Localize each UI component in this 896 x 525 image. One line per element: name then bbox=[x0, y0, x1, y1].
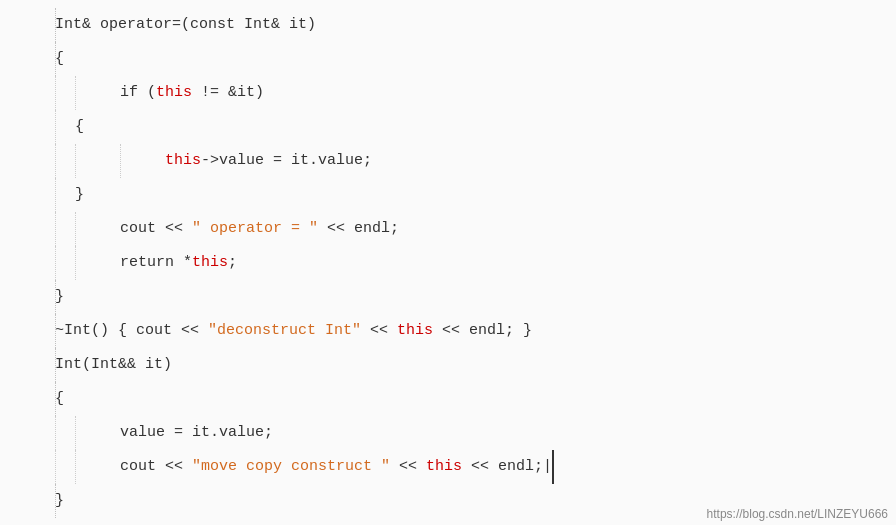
token-default: ->value = it.value; bbox=[201, 144, 372, 178]
guide-line bbox=[75, 76, 76, 110]
token-cursor: | bbox=[543, 450, 554, 484]
guide-line bbox=[75, 212, 76, 246]
code-block: Int& operator=(const Int& it){if (this !… bbox=[0, 0, 896, 525]
token-this: this bbox=[156, 76, 192, 110]
guide-line bbox=[55, 212, 56, 246]
token-default: << endl; bbox=[318, 212, 399, 246]
token-this: this bbox=[192, 246, 228, 280]
token-default: << bbox=[390, 450, 426, 484]
code-line: cout << "move copy construct " << this <… bbox=[0, 450, 896, 484]
guide-line bbox=[75, 450, 76, 484]
guide-line bbox=[55, 178, 56, 212]
guide-line bbox=[75, 246, 76, 280]
code-line: ~Int() { cout << "deconstruct Int" << th… bbox=[0, 314, 896, 348]
token-default: ; bbox=[228, 246, 237, 280]
code-container: Int& operator=(const Int& it){if (this !… bbox=[0, 0, 896, 525]
token-default: } bbox=[75, 178, 84, 212]
token-default: cout << bbox=[120, 450, 192, 484]
guide-line bbox=[55, 76, 56, 110]
code-line: if (this != &it) bbox=[0, 76, 896, 110]
code-line: cout << " operator = " << endl; bbox=[0, 212, 896, 246]
code-line: { bbox=[0, 110, 896, 144]
token-string: "move copy construct " bbox=[192, 450, 390, 484]
token-default: { bbox=[75, 110, 84, 144]
code-line: } bbox=[0, 178, 896, 212]
watermark: https://blog.csdn.net/LINZEYU666 bbox=[707, 507, 888, 521]
guide-line bbox=[75, 416, 76, 450]
token-string: " operator = " bbox=[192, 212, 318, 246]
token-default: { bbox=[55, 382, 64, 416]
guide-line bbox=[55, 144, 56, 178]
token-default: value = it.value; bbox=[120, 416, 273, 450]
code-line: { bbox=[0, 382, 896, 416]
code-line: value = it.value; bbox=[0, 416, 896, 450]
token-default: << bbox=[361, 314, 397, 348]
token-this: this bbox=[397, 314, 433, 348]
token-default: cout << bbox=[120, 212, 192, 246]
token-default: return * bbox=[120, 246, 192, 280]
token-default: != &it) bbox=[192, 76, 264, 110]
code-line: return *this; bbox=[0, 246, 896, 280]
code-line: { bbox=[0, 42, 896, 76]
code-line: Int& operator=(const Int& it) bbox=[0, 8, 896, 42]
code-line: } bbox=[0, 280, 896, 314]
token-default: << endl; } bbox=[433, 314, 532, 348]
guide-line bbox=[55, 450, 56, 484]
guide-line bbox=[55, 416, 56, 450]
token-default: { bbox=[55, 42, 64, 76]
token-default: } bbox=[55, 280, 64, 314]
guide-line bbox=[120, 144, 121, 178]
token-this: this bbox=[426, 450, 462, 484]
token-default: Int(Int&& it) bbox=[55, 348, 172, 382]
token-default: << endl; bbox=[462, 450, 543, 484]
guide-line bbox=[55, 110, 56, 144]
guide-line bbox=[55, 246, 56, 280]
token-this: this bbox=[165, 144, 201, 178]
code-line: Int(Int&& it) bbox=[0, 348, 896, 382]
code-line: this->value = it.value; bbox=[0, 144, 896, 178]
token-default: if ( bbox=[120, 76, 156, 110]
token-string: "deconstruct Int" bbox=[208, 314, 361, 348]
guide-line bbox=[75, 144, 76, 178]
token-default: } bbox=[55, 484, 64, 518]
token-default: ~Int() { cout << bbox=[55, 314, 208, 348]
token-default: Int& operator=(const Int& it) bbox=[55, 8, 316, 42]
